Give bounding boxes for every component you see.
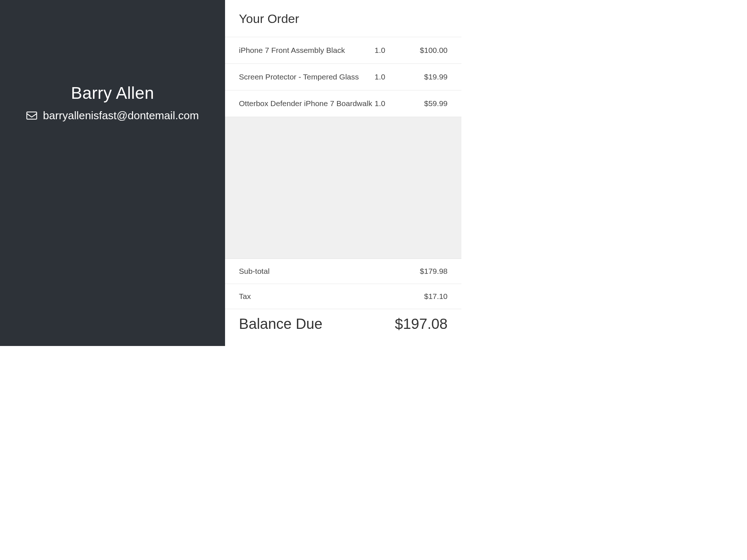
order-item[interactable]: Otterbox Defender iPhone 7 Boardwalk 1.0… <box>225 90 461 117</box>
tax-label: Tax <box>239 292 251 301</box>
spacer <box>225 117 461 259</box>
item-qty: 1.0 <box>375 73 407 81</box>
item-price: $100.00 <box>407 46 448 55</box>
item-price: $59.99 <box>407 99 448 108</box>
tax-row: Tax $17.10 <box>225 284 461 309</box>
item-name: Screen Protector - Tempered Glass <box>239 73 375 81</box>
customer-panel: Barry Allen barryallenisfast@dontemail.c… <box>0 0 225 346</box>
customer-email: barryallenisfast@dontemail.com <box>43 109 199 122</box>
order-items-list: iPhone 7 Front Assembly Black 1.0 $100.0… <box>225 37 461 117</box>
item-price: $19.99 <box>407 73 448 81</box>
item-name: Otterbox Defender iPhone 7 Boardwalk <box>239 99 375 108</box>
order-totals: Sub-total $179.98 Tax $17.10 Balance Due… <box>225 259 461 346</box>
order-item[interactable]: iPhone 7 Front Assembly Black 1.0 $100.0… <box>225 37 461 64</box>
subtotal-row: Sub-total $179.98 <box>225 259 461 284</box>
tax-value: $17.10 <box>424 292 448 301</box>
order-item[interactable]: Screen Protector - Tempered Glass 1.0 $1… <box>225 64 461 90</box>
customer-name: Barry Allen <box>0 83 225 103</box>
balance-value: $197.08 <box>395 316 448 332</box>
order-panel: Your Order iPhone 7 Front Assembly Black… <box>225 0 461 346</box>
item-qty: 1.0 <box>375 46 407 55</box>
item-qty: 1.0 <box>375 99 407 108</box>
order-header: Your Order <box>225 0 461 37</box>
item-name: iPhone 7 Front Assembly Black <box>239 46 375 55</box>
balance-label: Balance Due <box>239 316 322 332</box>
email-icon <box>26 112 37 120</box>
subtotal-value: $179.98 <box>420 267 448 276</box>
subtotal-label: Sub-total <box>239 267 270 276</box>
balance-row: Balance Due $197.08 <box>225 309 461 346</box>
order-title: Your Order <box>239 12 448 26</box>
customer-email-row: barryallenisfast@dontemail.com <box>0 109 225 122</box>
